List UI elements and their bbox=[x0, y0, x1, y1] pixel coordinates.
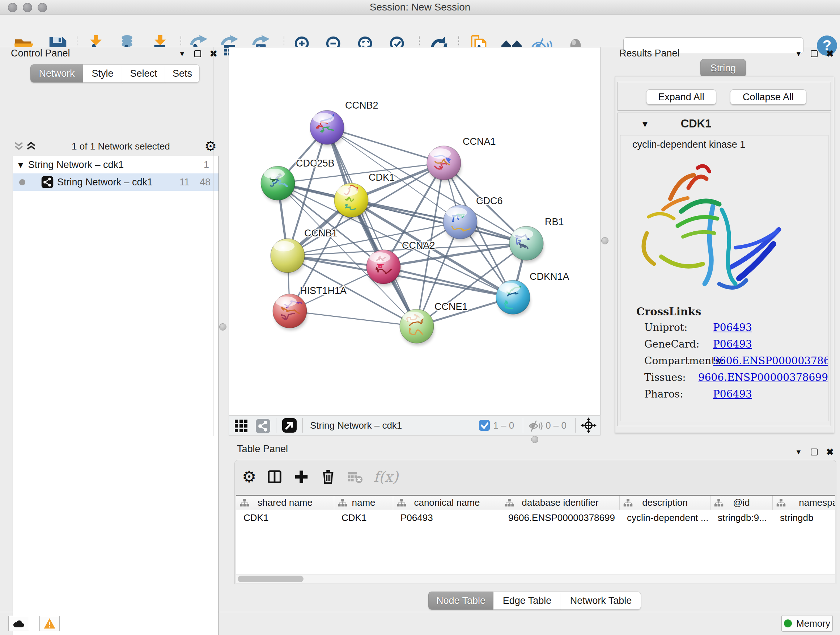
memory-button[interactable]: Memory bbox=[782, 615, 833, 632]
cdk1-section-header[interactable]: ▼ CDK1 bbox=[618, 113, 831, 135]
column-label: name bbox=[352, 497, 375, 508]
delete-column-icon[interactable] bbox=[320, 469, 336, 485]
selected-checkbox-icon[interactable] bbox=[478, 420, 490, 431]
crosslink-link[interactable]: P06493 bbox=[713, 321, 752, 333]
results-panel: Results Panel ▼ ✖ String Expand All Coll… bbox=[614, 47, 836, 436]
scrollbar-thumb[interactable] bbox=[238, 576, 303, 582]
tab-network-table[interactable]: Network Table bbox=[561, 592, 641, 610]
expand-collapse-box: Expand All Collapse All bbox=[617, 82, 831, 111]
memory-label: Memory bbox=[796, 618, 830, 629]
collapse-all-button[interactable]: Collapse All bbox=[730, 89, 806, 105]
table-panel-float-icon[interactable] bbox=[811, 448, 818, 455]
columns-icon[interactable] bbox=[266, 469, 283, 485]
edge-CCNB2-CCNA1[interactable] bbox=[327, 127, 444, 163]
node-label-CCNB1: CCNB1 bbox=[304, 228, 338, 239]
table-panel: ⚙ f(x) shared namenamecanonical namedata… bbox=[234, 460, 836, 584]
expand-all-chevron-icon[interactable] bbox=[25, 141, 37, 152]
edge-CCNE1-HIST1H1A[interactable] bbox=[290, 311, 417, 326]
results-panel-close-icon[interactable]: ✖ bbox=[826, 49, 834, 58]
network-collection-row[interactable]: ▼ String Network – cdk1 1 bbox=[13, 156, 218, 173]
tab-style[interactable]: Style bbox=[83, 65, 122, 82]
node-CCNA1[interactable]: CCNA1 bbox=[427, 136, 496, 182]
table-row[interactable]: CDK1CDK1P064939606.ENSP00000378699cyclin… bbox=[236, 510, 835, 525]
table-panel-title: Table Panel bbox=[237, 443, 288, 455]
crosslink-link[interactable]: 9606.ENSP00000378699 bbox=[713, 355, 829, 367]
cell[interactable]: stringdb bbox=[773, 510, 835, 525]
tab-node-table[interactable]: Node Table bbox=[428, 592, 493, 610]
tab-sets[interactable]: Sets bbox=[165, 65, 200, 82]
cell[interactable]: 9606.ENSP00000378699 bbox=[501, 510, 620, 525]
column-header-database-identifier[interactable]: database identifier bbox=[501, 496, 620, 510]
tab-edge-table[interactable]: Edge Table bbox=[493, 592, 561, 610]
node-CDKN1A[interactable]: CDKN1A bbox=[496, 271, 569, 317]
add-column-icon[interactable] bbox=[293, 469, 309, 485]
edge-CCNA2-CDKN1A[interactable] bbox=[384, 267, 513, 297]
grid-view-icon[interactable] bbox=[233, 417, 249, 433]
collection-disclosure-icon[interactable]: ▼ bbox=[18, 161, 23, 169]
network-row-selected[interactable]: String Network – cdk1 11 48 bbox=[13, 173, 218, 191]
network-options-gear-icon[interactable]: ⚙ bbox=[204, 139, 217, 153]
node-label-CCNA2: CCNA2 bbox=[402, 240, 435, 251]
column-header-shared-name[interactable]: shared name bbox=[236, 496, 334, 510]
control-panel-float-icon[interactable] bbox=[194, 50, 201, 57]
column-header-name[interactable]: name bbox=[334, 496, 393, 510]
cell[interactable]: CDK1 bbox=[334, 510, 393, 525]
left-splitter-handle[interactable] bbox=[219, 323, 226, 331]
node-table[interactable]: shared namenamecanonical namedatabase id… bbox=[236, 495, 835, 574]
crosslink-link[interactable]: P06493 bbox=[713, 338, 752, 350]
results-panel-tab-string[interactable]: String bbox=[700, 59, 746, 76]
cell[interactable]: cyclin-dependent ... bbox=[620, 510, 711, 525]
maximize-window-button[interactable] bbox=[38, 3, 47, 12]
column-header-canonical-name[interactable]: canonical name bbox=[393, 496, 501, 510]
node-CDC25B[interactable]: CDC25B bbox=[261, 158, 335, 203]
column-label: database identifier bbox=[522, 497, 598, 508]
results-panel-float-icon[interactable] bbox=[811, 50, 818, 57]
node-label-RB1: RB1 bbox=[545, 217, 564, 227]
cdk1-section-title: CDK1 bbox=[681, 117, 711, 130]
table-panel-menu-caret-icon[interactable]: ▼ bbox=[795, 448, 802, 455]
collection-count: 1 bbox=[204, 159, 209, 171]
close-window-button[interactable] bbox=[8, 3, 17, 12]
results-panel-menu-caret-icon[interactable]: ▼ bbox=[795, 50, 802, 57]
fit-content-crosshair-icon[interactable] bbox=[581, 417, 597, 433]
column-header-@id[interactable]: @id bbox=[711, 496, 773, 510]
cell[interactable]: P06493 bbox=[393, 510, 501, 525]
column-header-namespace[interactable]: namespace bbox=[773, 496, 835, 510]
birdseye-icon[interactable] bbox=[281, 417, 297, 433]
tab-network[interactable]: Network bbox=[30, 65, 83, 82]
tab-select[interactable]: Select bbox=[122, 65, 165, 82]
table-settings-gear-icon[interactable]: ⚙ bbox=[242, 469, 256, 485]
cdk1-disclosure-icon[interactable]: ▼ bbox=[643, 120, 647, 128]
share-view-icon[interactable] bbox=[255, 417, 271, 433]
crosslinks-title: CrossLinks bbox=[636, 306, 828, 318]
network-canvas[interactable]: CCNB2 CCNA1 CDC25B CDK1 CDC6 RB1 CCNB1 bbox=[229, 47, 600, 415]
node-CCNB1[interactable]: CCNB1 bbox=[271, 228, 338, 275]
table-header-row: shared namenamecanonical namedatabase id… bbox=[236, 496, 835, 510]
minimize-window-button[interactable] bbox=[23, 3, 32, 12]
cell[interactable]: stringdb:9... bbox=[711, 510, 773, 525]
node-label-CCNE1: CCNE1 bbox=[434, 301, 468, 312]
cloud-button[interactable] bbox=[8, 616, 29, 631]
left-splitter[interactable] bbox=[213, 47, 213, 436]
control-panel-menu-caret-icon[interactable]: ▼ bbox=[179, 50, 186, 57]
node-CCNE1[interactable]: CCNE1 bbox=[400, 301, 468, 345]
expand-all-button[interactable]: Expand All bbox=[646, 89, 716, 105]
table-horizontal-scrollbar[interactable] bbox=[236, 575, 835, 583]
collapse-all-chevron-icon[interactable] bbox=[13, 141, 25, 152]
tab-string-label[interactable]: String bbox=[700, 59, 746, 77]
warnings-button[interactable] bbox=[39, 616, 60, 631]
edge-CCNB2-CCNE1[interactable] bbox=[327, 127, 417, 326]
node-HIST1H1A[interactable]: HIST1H1A bbox=[273, 285, 347, 330]
crosslink-link[interactable]: 9606.ENSP00000378699 bbox=[698, 371, 828, 383]
column-header-description[interactable]: description bbox=[620, 496, 711, 510]
clear-table-icon bbox=[347, 469, 363, 485]
crosslink-link[interactable]: P06493 bbox=[713, 388, 752, 400]
node-RB1[interactable]: RB1 bbox=[509, 217, 564, 263]
control-panel-close-icon[interactable]: ✖ bbox=[210, 49, 218, 58]
crosslinks-block: CrossLinks Uniprot: P06493GeneCard: P064… bbox=[621, 306, 828, 400]
collection-label: String Network – cdk1 bbox=[28, 159, 124, 171]
cell[interactable]: CDK1 bbox=[236, 510, 334, 525]
table-panel-close-icon[interactable]: ✖ bbox=[826, 448, 834, 456]
bottom-splitter-handle[interactable] bbox=[531, 436, 538, 443]
right-splitter-handle[interactable] bbox=[601, 237, 608, 244]
